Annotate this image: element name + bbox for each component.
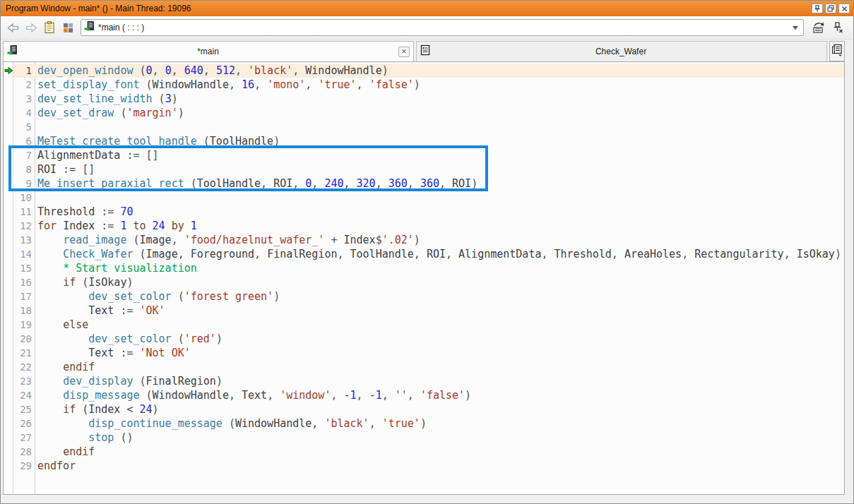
code-line[interactable]: 4dev_set_draw ('margin') — [4, 106, 844, 120]
line-number[interactable]: 29 — [13, 459, 35, 473]
breakpoint-margin[interactable] — [4, 191, 13, 205]
breakpoint-margin[interactable] — [4, 219, 13, 233]
breakpoint-margin[interactable] — [4, 78, 13, 92]
breakpoint-margin[interactable] — [4, 374, 13, 388]
code-line[interactable]: 7AlignmentData := [] — [4, 148, 844, 162]
code-text[interactable]: dev_set_draw ('margin') — [35, 106, 844, 120]
line-number[interactable]: 6 — [13, 134, 35, 148]
line-number[interactable]: 7 — [13, 148, 35, 162]
line-number[interactable]: 23 — [13, 374, 35, 388]
line-number[interactable]: 4 — [13, 106, 35, 120]
open-in-new-window-button[interactable] — [811, 19, 828, 36]
breakpoint-margin[interactable] — [4, 92, 13, 106]
code-text[interactable]: dev_set_line_width (3) — [35, 92, 844, 106]
code-text[interactable]: AlignmentData := [] — [35, 148, 844, 162]
code-text[interactable]: if (Index < 24) — [35, 402, 844, 416]
line-number[interactable]: 20 — [13, 332, 35, 346]
breakpoint-margin[interactable] — [4, 233, 13, 247]
code-text[interactable]: for Index := 1 to 24 by 1 — [35, 219, 844, 233]
line-number[interactable]: 13 — [13, 233, 35, 247]
breakpoint-margin[interactable] — [4, 106, 13, 120]
code-text[interactable]: Me_insert_paraxial_rect (ToolHandle, ROI… — [35, 176, 844, 191]
breakpoint-margin[interactable] — [4, 346, 13, 360]
line-number[interactable]: 27 — [13, 431, 35, 445]
line-number[interactable]: 24 — [13, 388, 35, 402]
line-number[interactable]: 26 — [13, 416, 35, 431]
code-text[interactable]: if (IsOkay) — [35, 275, 844, 289]
tab-main[interactable]: *main ✕ — [3, 41, 414, 61]
code-line[interactable]: 1dev_open_window (0, 0, 640, 512, 'black… — [4, 64, 844, 78]
breakpoint-margin[interactable] — [4, 176, 13, 191]
code-line[interactable]: 3dev_set_line_width (3) — [4, 92, 844, 106]
code-text[interactable]: set_display_font (WindowHandle, 16, 'mon… — [35, 78, 844, 92]
line-number[interactable]: 25 — [13, 402, 35, 416]
code-line[interactable]: 11Threshold := 70 — [4, 205, 844, 219]
code-line[interactable]: 29endfor — [4, 459, 844, 473]
code-line[interactable]: 9Me_insert_paraxial_rect (ToolHandle, RO… — [4, 176, 844, 191]
code-line[interactable]: 19 else — [4, 318, 844, 332]
breakpoint-margin[interactable] — [4, 416, 13, 431]
breakpoint-margin[interactable] — [4, 304, 13, 318]
code-line[interactable]: 20 dev_set_color ('red') — [4, 332, 844, 346]
code-line[interactable]: 18 Text := 'OK' — [4, 304, 844, 318]
line-number[interactable]: 28 — [13, 445, 35, 459]
code-line[interactable]: 28 endif — [4, 445, 844, 459]
code-text[interactable] — [35, 191, 844, 205]
code-text[interactable]: Check_Wafer (Image, Foreground, FinalReg… — [35, 247, 844, 261]
breakpoint-margin[interactable] — [4, 64, 13, 78]
breakpoint-margin[interactable] — [4, 275, 13, 289]
breakpoint-margin[interactable] — [4, 388, 13, 402]
breakpoint-margin[interactable] — [4, 148, 13, 162]
code-line[interactable]: 24 disp_message (WindowHandle, Text, 'wi… — [4, 388, 844, 402]
breakpoint-margin[interactable] — [4, 318, 13, 332]
breakpoint-margin[interactable] — [4, 162, 13, 176]
code-text[interactable] — [35, 120, 844, 134]
breakpoint-margin[interactable] — [4, 445, 13, 459]
line-number[interactable]: 11 — [13, 205, 35, 219]
line-number[interactable]: 2 — [13, 78, 35, 92]
procedure-selector-combobox[interactable]: *main ( : : : ) — [81, 19, 804, 36]
code-text[interactable]: stop () — [35, 431, 844, 445]
code-line[interactable]: 27 stop () — [4, 431, 844, 445]
code-text[interactable]: dev_display (FinalRegion) — [35, 374, 844, 388]
breakpoint-margin[interactable] — [4, 289, 13, 304]
code-text[interactable]: endif — [35, 445, 844, 459]
code-text[interactable]: Text := 'OK' — [35, 304, 844, 318]
line-number[interactable]: 1 — [13, 64, 35, 78]
titlebar[interactable]: Program Window - main* () - Main Thread:… — [1, 1, 853, 16]
code-text[interactable]: disp_continue_message (WindowHandle, 'bl… — [35, 416, 844, 431]
code-text[interactable]: ROI := [] — [35, 162, 844, 176]
line-number[interactable]: 16 — [13, 275, 35, 289]
line-number[interactable]: 5 — [13, 120, 35, 134]
breakpoint-margin[interactable] — [4, 402, 13, 416]
breakpoint-margin[interactable] — [4, 247, 13, 261]
code-line[interactable]: 22 endif — [4, 360, 844, 374]
navigate-forward-button[interactable] — [23, 19, 40, 36]
code-line[interactable]: 5 — [4, 120, 844, 134]
code-text[interactable]: disp_message (WindowHandle, Text, 'windo… — [35, 388, 844, 402]
code-line[interactable]: 15 * Start visualization — [4, 261, 844, 275]
pin-window-button[interactable] — [812, 4, 823, 13]
code-editor[interactable]: 1dev_open_window (0, 0, 640, 512, 'black… — [3, 61, 845, 495]
code-text[interactable]: MeTest_create_tool_handle (ToolHandle) — [35, 134, 844, 148]
tile-windows-button[interactable] — [59, 19, 76, 36]
breakpoint-margin[interactable] — [4, 431, 13, 445]
line-number[interactable]: 8 — [13, 162, 35, 176]
line-number[interactable]: 3 — [13, 92, 35, 106]
line-number[interactable]: 15 — [13, 261, 35, 275]
code-text[interactable]: dev_set_color ('forest green') — [35, 289, 844, 304]
breakpoint-margin[interactable] — [4, 459, 13, 473]
program-listing-button[interactable] — [41, 19, 58, 36]
code-line[interactable]: 8ROI := [] — [4, 162, 844, 176]
code-line[interactable]: 6MeTest_create_tool_handle (ToolHandle) — [4, 134, 844, 148]
code-text[interactable]: Text := 'Not OK' — [35, 346, 844, 360]
breakpoint-margin[interactable] — [4, 205, 13, 219]
breakpoint-margin[interactable] — [4, 360, 13, 374]
breakpoint-margin[interactable] — [4, 261, 13, 275]
code-line[interactable]: 14 Check_Wafer (Image, Foreground, Final… — [4, 247, 844, 261]
line-number[interactable]: 14 — [13, 247, 35, 261]
code-text[interactable]: dev_set_color ('red') — [35, 332, 844, 346]
code-line[interactable]: 26 disp_continue_message (WindowHandle, … — [4, 416, 844, 431]
line-number[interactable]: 12 — [13, 219, 35, 233]
code-line[interactable]: 2set_display_font (WindowHandle, 16, 'mo… — [4, 78, 844, 92]
